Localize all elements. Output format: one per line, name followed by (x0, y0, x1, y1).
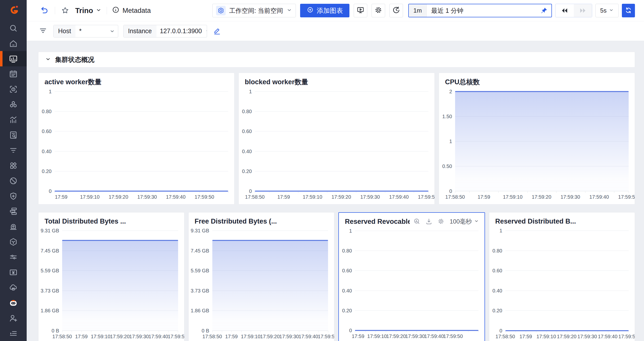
gridline (62, 230, 178, 231)
tv-mode-button[interactable] (354, 4, 367, 17)
x-axis-label: 17:59:10 (303, 194, 322, 200)
sidebar-item-tracing[interactable] (0, 143, 27, 158)
chart-plot-area[interactable]: 9.31 GB7.45 GB5.59 GB3.73 GB1.86 GB0 B17… (62, 231, 178, 331)
x-axis-label: 17:59 (519, 334, 532, 339)
chart-plot-area[interactable]: 21.5010.50017:58:5017:5917:59:1017:59:20… (455, 92, 629, 191)
sidebar-item-invite-user[interactable] (0, 311, 27, 326)
guance-logo-icon[interactable] (0, 0, 27, 21)
gridline (55, 151, 228, 152)
axis-tick (228, 191, 228, 193)
sidebar-item-pipelines[interactable] (0, 204, 27, 219)
sidebar-item-infrastructure[interactable] (0, 97, 27, 112)
sidebar-item-management[interactable] (0, 249, 27, 265)
workspace-selector[interactable]: 工作空间: 当前空间 (212, 4, 296, 17)
chart-plot-area[interactable]: 10.800.600.400.20017:5917:59:1017:59:201… (355, 231, 478, 330)
y-axis-label: 5.59 GB (41, 268, 59, 274)
axis-tick (542, 191, 542, 193)
host-filter-select[interactable]: Host * (53, 25, 118, 37)
sidebar-item-error-tracking[interactable] (0, 173, 27, 189)
fast-forward-icon[interactable] (574, 4, 592, 17)
edit-filters-button[interactable] (212, 26, 222, 36)
sidebar-item-ai-assistant[interactable] (0, 295, 27, 311)
gridline (505, 270, 629, 271)
sidebar-item-dashboards[interactable] (0, 51, 27, 66)
chart-settings-button[interactable] (437, 218, 445, 226)
y-axis-label: 1.86 GB (191, 308, 209, 314)
axis-tick (91, 331, 91, 332)
sidebar-item-monitoring[interactable] (0, 219, 27, 234)
rewind-icon[interactable] (555, 4, 574, 17)
chart-preview-button[interactable] (413, 218, 420, 226)
add-chart-button[interactable]: 添加图表 (300, 4, 349, 17)
ban-icon (9, 176, 18, 185)
sidebar-item-logs[interactable] (0, 127, 27, 143)
filter-toggle[interactable] (38, 25, 48, 37)
sidebar-item-events[interactable] (0, 66, 27, 82)
chart-export-button[interactable] (425, 218, 432, 226)
section-cluster-overview[interactable]: 集群状态概况 (38, 52, 635, 67)
tv-play-icon (356, 6, 365, 15)
collapse-icon (9, 329, 18, 338)
chart-total-distributed-bytes: 9.31 GB7.45 GB5.59 GB3.73 GB1.86 GB0 B17… (38, 231, 178, 341)
settings-button[interactable] (372, 4, 385, 17)
y-axis-label: 1 (249, 89, 252, 95)
axis-tick (231, 331, 232, 332)
x-axis-label: 17:59:20 (557, 334, 577, 339)
time-range-picker[interactable]: 1m 最近 1 分钟 (408, 4, 552, 17)
chart-card-header: Reserved Revocable ... (339, 213, 485, 226)
sidebar-item-billing[interactable] (0, 265, 27, 280)
sidebar-menu (0, 21, 27, 341)
dashboard-icon (9, 54, 18, 63)
sidebar-item-collapse-menu[interactable] (0, 326, 27, 341)
chevron-down-icon (45, 56, 51, 63)
chart-plot-area[interactable]: 10.800.600.400.20017:58:5017:5917:59:101… (255, 92, 428, 191)
x-axis-label: 17:59:40 (598, 334, 618, 339)
sidebar-item-search[interactable] (0, 21, 27, 36)
axis-tick (62, 331, 62, 332)
security-icon (9, 192, 18, 201)
gridline (355, 290, 478, 291)
time-range-label: 最近 1 分钟 (427, 7, 540, 15)
axis-tick (149, 331, 149, 332)
refresh-button[interactable] (622, 4, 635, 17)
sidebar-item-resources[interactable] (0, 234, 27, 249)
x-axis-label: 17:59:50 (618, 334, 635, 339)
gridline (505, 230, 629, 231)
time-range-badge: 1m (409, 4, 427, 17)
instance-filter-select[interactable]: Instance 127.0.0.1:3900 (123, 25, 207, 37)
series-line (62, 240, 178, 241)
x-axis-label: 17:59 (55, 194, 67, 200)
axis-tick (629, 331, 629, 332)
sidebar-item-home[interactable] (0, 36, 27, 51)
tab-metadata[interactable]: Metadata (112, 6, 151, 15)
y-axis-label: 9.31 GB (41, 228, 59, 234)
chart-plot-area[interactable]: 10.800.600.400.20017:5917:59:1017:59:201… (55, 92, 228, 191)
chart-card-header: active worker数量 (38, 73, 234, 87)
axis-tick (513, 191, 513, 193)
sidebar-item-metrics[interactable] (0, 112, 27, 127)
sidebar-item-apps[interactable] (0, 158, 27, 173)
history-button[interactable] (389, 4, 403, 17)
pin-icon[interactable] (540, 7, 548, 14)
sidebar-item-explorer[interactable] (0, 82, 27, 97)
home-icon (9, 39, 18, 48)
y-axis-label: 0.40 (42, 148, 52, 154)
charts-row-2: Total Distributed Bytes ... 9.31 GB7.45 … (38, 212, 635, 341)
dashboard-title-dropdown[interactable]: Trino (75, 7, 102, 15)
chart-card-reserved-distributed-bytes: Reserved Distributed B... 10.800.600.400… (489, 212, 635, 341)
series-area (455, 92, 629, 191)
sidebar-item-integrations[interactable] (0, 280, 27, 295)
robot-icon (9, 298, 18, 307)
favorite-button[interactable] (60, 5, 70, 16)
back-button[interactable] (39, 5, 50, 16)
gridline (212, 230, 328, 231)
chart-plot-area[interactable]: 10.800.600.400.20017:58:5017:5917:59:101… (505, 231, 629, 331)
sidebar-item-security[interactable] (0, 188, 27, 204)
refresh-interval-select[interactable]: 5s (595, 4, 619, 17)
chevron-down-icon (205, 28, 207, 34)
x-axis-label: 17:59 (277, 194, 290, 200)
chart-reserved-distributed-bytes: 10.800.600.400.20017:58:5017:5917:59:101… (489, 231, 629, 341)
chart-interval-select[interactable]: 100毫秒 (450, 218, 479, 226)
chart-plot-area[interactable]: 9.31 GB7.45 GB5.59 GB3.73 GB1.86 GB0 B17… (212, 231, 328, 331)
x-axis-label: 17:59:50 (443, 333, 463, 339)
